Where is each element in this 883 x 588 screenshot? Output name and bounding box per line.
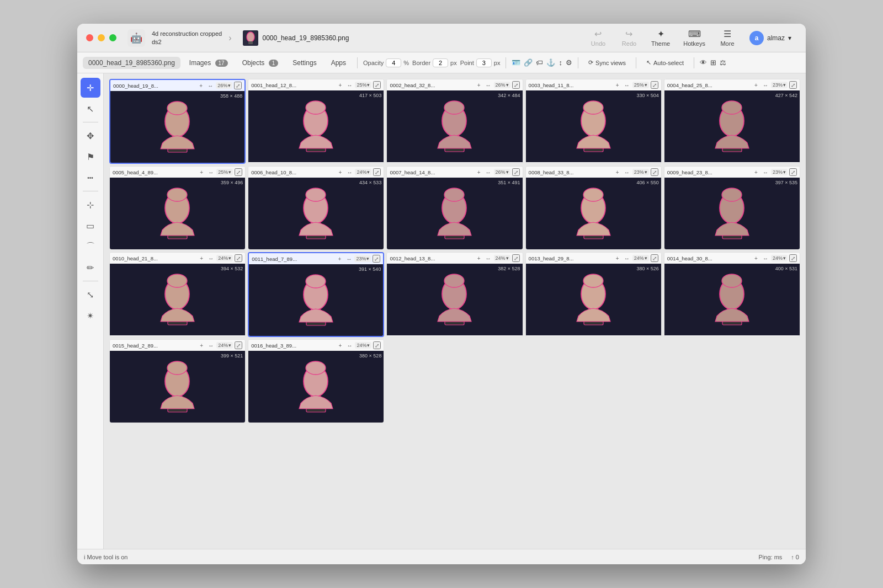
cell-expand-button[interactable]: ⤢	[651, 168, 658, 176]
cell-expand-button[interactable]: ⤢	[651, 81, 658, 89]
cell-expand-h-button[interactable]: ↔	[345, 81, 353, 89]
cell-zoom[interactable]: 23% ▾	[632, 169, 649, 175]
image-cell[interactable]: 0007_head_14_8... + ↔ 26% ▾ ⤢ 351 × 491	[386, 166, 523, 250]
cell-expand-button[interactable]: ⤢	[512, 81, 520, 89]
breadcrumb-file[interactable]: ds2	[152, 38, 222, 46]
cell-zoom[interactable]: 24% ▾	[216, 255, 233, 261]
cell-add-button[interactable]: +	[336, 255, 343, 263]
cell-add-button[interactable]: +	[198, 341, 205, 349]
cell-add-button[interactable]: +	[752, 254, 760, 262]
cell-expand-h-button[interactable]: ↔	[207, 254, 215, 262]
cell-zoom[interactable]: 25% ▾	[355, 82, 371, 88]
more-tool-button[interactable]: •••	[81, 168, 100, 188]
tab-filename[interactable]: 0000_head_19_8985360.png	[83, 57, 180, 69]
cell-add-button[interactable]: +	[475, 81, 483, 89]
image-cell[interactable]: 0002_head_32_8... + ↔ 26% ▾ ⤢ 342 × 484	[386, 79, 523, 164]
cell-expand-button[interactable]: ⤢	[789, 81, 797, 89]
cell-zoom[interactable]: 24% ▾	[355, 169, 371, 175]
adjust-icon[interactable]: ⚖	[720, 58, 726, 67]
cell-zoom[interactable]: 24% ▾	[494, 255, 510, 261]
hotkeys-button[interactable]: ⌨ Hotkeys	[678, 26, 711, 49]
cell-expand-h-button[interactable]: ↔	[207, 168, 215, 176]
cell-add-button[interactable]: +	[614, 168, 621, 176]
cell-expand-button[interactable]: ⤢	[235, 168, 242, 176]
image-cell[interactable]: 0015_head_2_89... + ↔ 24% ▾ ⤢ 399 × 521	[109, 339, 246, 423]
opacity-input[interactable]	[386, 58, 401, 67]
auto-select-button[interactable]: ↖ Auto-select	[642, 57, 688, 68]
grid-icon[interactable]: ⊞	[710, 58, 716, 67]
cell-expand-button[interactable]: ⤢	[512, 168, 520, 176]
user-menu-button[interactable]: a almaz ▾	[744, 29, 797, 47]
minimize-button[interactable]	[98, 34, 105, 41]
cell-expand-h-button[interactable]: ↔	[207, 341, 215, 349]
tab-settings[interactable]: Settings	[287, 57, 322, 69]
tab-objects[interactable]: Objects 1	[237, 57, 284, 69]
cell-add-button[interactable]: +	[336, 168, 344, 176]
cell-expand-button[interactable]: ⤢	[235, 341, 242, 349]
cell-expand-h-button[interactable]: ↔	[623, 254, 631, 262]
cell-expand-h-button[interactable]: ↔	[345, 341, 353, 349]
more-button[interactable]: ☰ More	[713, 26, 742, 49]
cell-add-button[interactable]: +	[614, 254, 621, 262]
star-tool-button[interactable]: ✴	[81, 306, 100, 325]
cell-zoom[interactable]: 25% ▾	[216, 169, 233, 175]
cell-expand-h-button[interactable]: ↔	[485, 81, 492, 89]
maximize-button[interactable]	[109, 34, 116, 41]
undo-button[interactable]: ↩ Undo	[584, 26, 613, 49]
pen-tool-button[interactable]: ⌒	[81, 237, 100, 256]
rect-tool-button[interactable]: ▭	[81, 216, 100, 236]
tab-images[interactable]: Images 17	[184, 57, 233, 69]
flag-tool-button[interactable]: ⚑	[81, 147, 100, 167]
cell-expand-h-button[interactable]: ↔	[762, 81, 769, 89]
cell-expand-h-button[interactable]: ↔	[623, 168, 631, 176]
cell-zoom[interactable]: 23% ▾	[771, 169, 788, 175]
image-cell[interactable]: 0005_head_4_89... + ↔ 25% ▾ ⤢ 359 × 496	[109, 166, 246, 250]
cell-expand-h-button[interactable]: ↔	[206, 82, 214, 89]
cell-expand-button[interactable]: ⤢	[373, 341, 381, 349]
cell-zoom[interactable]: 23% ▾	[771, 82, 788, 88]
cell-expand-button[interactable]: ⤢	[789, 254, 797, 262]
cell-add-button[interactable]: +	[475, 168, 483, 176]
image-cell[interactable]: 0004_head_25_8... + ↔ 23% ▾ ⤢ 427 × 542	[664, 79, 800, 164]
point-input[interactable]	[476, 58, 492, 67]
redo-button[interactable]: ↪ Redo	[615, 26, 643, 49]
breadcrumb-project[interactable]: 4d reconstruction cropped	[152, 30, 222, 38]
cell-zoom[interactable]: 24% ▾	[771, 255, 788, 261]
cell-add-button[interactable]: +	[198, 254, 205, 262]
pencil-tool-button[interactable]: ✏	[81, 258, 100, 277]
image-cell[interactable]: 0000_head_19_8... + ↔ 26% ▾ ⤢ 358 × 488	[109, 79, 246, 164]
theme-button[interactable]: ✦ Theme	[646, 26, 675, 49]
border-input[interactable]	[433, 58, 448, 67]
cell-expand-h-button[interactable]: ↔	[485, 254, 492, 262]
cell-zoom[interactable]: 26% ▾	[494, 169, 510, 175]
cell-zoom[interactable]: 24% ▾	[632, 255, 649, 261]
cell-add-button[interactable]: +	[198, 168, 205, 176]
cell-expand-button[interactable]: ⤢	[373, 81, 381, 89]
cell-expand-button[interactable]: ⤢	[234, 82, 242, 89]
cell-expand-button[interactable]: ⤢	[512, 254, 520, 262]
image-cell[interactable]: 0010_head_21_8... + ↔ 24% ▾ ⤢ 394 × 532	[109, 252, 246, 337]
cell-expand-button[interactable]: ⤢	[235, 254, 242, 262]
image-cell[interactable]: 0003_head_11_8... + ↔ 25% ▾ ⤢ 330 × 504	[525, 79, 662, 164]
cell-zoom[interactable]: 26% ▾	[494, 82, 510, 88]
cell-expand-h-button[interactable]: ↔	[345, 168, 353, 176]
cell-add-button[interactable]: +	[197, 82, 205, 89]
cell-expand-h-button[interactable]: ↔	[345, 255, 353, 263]
cell-expand-button[interactable]: ⤢	[373, 168, 381, 176]
cell-zoom[interactable]: 25% ▾	[632, 82, 649, 88]
cell-add-button[interactable]: +	[752, 81, 760, 89]
cell-expand-button[interactable]: ⤢	[651, 254, 658, 262]
cell-add-button[interactable]: +	[336, 81, 344, 89]
cell-zoom[interactable]: 26% ▾	[216, 82, 232, 89]
image-cell[interactable]: 0014_head_30_8... + ↔ 24% ▾ ⤢ 400 × 531	[664, 252, 800, 337]
cell-expand-h-button[interactable]: ↔	[762, 168, 769, 176]
cell-expand-h-button[interactable]: ↔	[623, 81, 631, 89]
cell-expand-h-button[interactable]: ↔	[485, 168, 492, 176]
image-cell[interactable]: 0013_head_29_8... + ↔ 24% ▾ ⤢ 380 × 526	[525, 252, 662, 337]
cell-zoom[interactable]: 24% ▾	[216, 342, 233, 349]
connect-tool-button[interactable]: ⊹	[81, 195, 100, 215]
image-cell[interactable]: 0001_head_12_8... + ↔ 25% ▾ ⤢ 417 × 503	[248, 79, 384, 164]
cell-add-button[interactable]: +	[752, 168, 760, 176]
image-cell[interactable]: 0009_head_23_8... + ↔ 23% ▾ ⤢ 397 × 535	[664, 166, 800, 250]
select-tool-button[interactable]: ↖	[81, 99, 100, 119]
